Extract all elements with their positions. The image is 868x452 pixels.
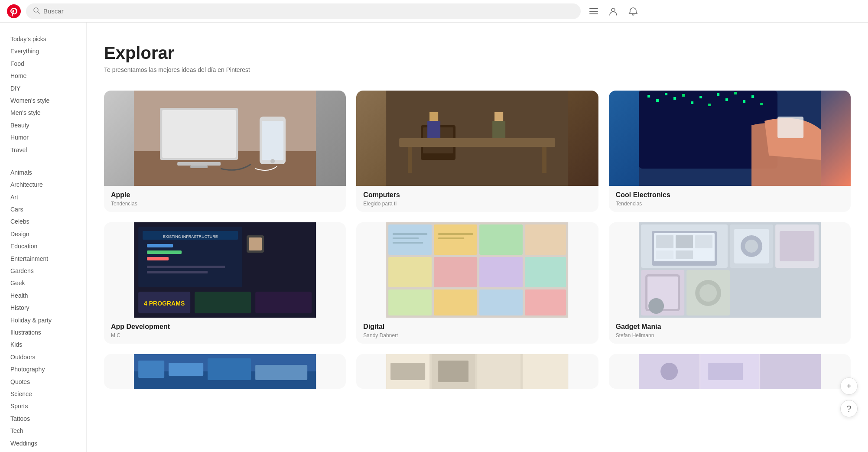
svg-rect-66: [479, 257, 523, 287]
sidebar-item-gardens[interactable]: Gardens: [10, 265, 76, 277]
sidebar-item-mens-style[interactable]: Men's style: [10, 107, 76, 119]
pin-meta-app-dev: M C: [111, 332, 339, 338]
svg-rect-53: [249, 237, 262, 250]
sidebar-item-beauty[interactable]: Beauty: [10, 119, 76, 131]
pin-card-computers[interactable]: Computers Elegido para ti: [356, 91, 598, 212]
svg-rect-49: [147, 257, 169, 260]
pin-title-cool-electronics: Cool Electronics: [616, 191, 844, 199]
svg-text:4 PROGRAMS: 4 PROGRAMS: [144, 300, 185, 307]
fab-container: + ?: [840, 377, 858, 417]
header: [0, 0, 868, 23]
main-content: Explorar Te presentamos las mejores idea…: [87, 23, 868, 452]
svg-rect-72: [393, 237, 419, 239]
add-fab[interactable]: +: [840, 377, 858, 395]
pins-grid-row2: EXISTING INFRASTRUCTURE 4 PROGRA: [104, 222, 851, 344]
pin-info-digital: Digital Sandy Dahnert: [356, 318, 598, 344]
sidebar-item-celebs[interactable]: Celebs: [10, 215, 76, 228]
pin-card-cool-electronics[interactable]: Cool Electronics Tendencias: [609, 91, 851, 212]
svg-rect-109: [390, 363, 425, 380]
sidebar-secondary-section: AnimalsArchitectureArtCarsCelebsDesignEd…: [10, 166, 76, 449]
sidebar-item-history[interactable]: History: [10, 302, 76, 314]
pins-grid-row1: Apple Tendencias: [104, 91, 851, 212]
sidebar-item-womens-style[interactable]: Women's style: [10, 94, 76, 107]
pin-card-app-development[interactable]: EXISTING INFRASTRUCTURE 4 PROGRA: [104, 222, 346, 344]
pin-image-apple: [104, 91, 346, 186]
page-title: Explorar: [104, 43, 851, 63]
svg-rect-73: [393, 242, 423, 244]
svg-rect-42: [777, 117, 803, 138]
sidebar-item-health[interactable]: Health: [10, 289, 76, 302]
svg-rect-90: [780, 231, 814, 261]
sidebar-item-holiday-and-party[interactable]: Holiday & party: [10, 314, 76, 326]
svg-rect-29: [656, 99, 659, 102]
svg-rect-35: [708, 104, 711, 106]
pin-card-gadget-mania[interactable]: Gadget Mania Stefan Heilmann: [609, 222, 851, 344]
sidebar-item-kids[interactable]: Kids: [10, 338, 76, 351]
sidebar-item-travel[interactable]: Travel: [10, 144, 76, 156]
svg-rect-75: [438, 237, 464, 239]
sidebar-item-art[interactable]: Art: [10, 191, 76, 203]
pin-card-digital[interactable]: Digital Sandy Dahnert: [356, 222, 598, 344]
sidebar-item-science[interactable]: Science: [10, 388, 76, 400]
svg-rect-60: [388, 257, 432, 287]
sidebar-item-home[interactable]: Home: [10, 70, 76, 82]
sidebar-item-photography[interactable]: Photography: [10, 363, 76, 375]
sidebar-item-weddings[interactable]: Weddings: [10, 437, 76, 449]
pin-card-row3-3[interactable]: [609, 354, 851, 389]
sidebar-item-animals[interactable]: Animals: [10, 166, 76, 179]
svg-rect-12: [190, 166, 208, 168]
svg-rect-31: [673, 97, 676, 100]
pin-meta-digital: Sandy Dahnert: [363, 332, 591, 338]
sidebar-item-design[interactable]: Design: [10, 228, 76, 240]
svg-rect-107: [477, 354, 520, 389]
svg-rect-63: [434, 257, 477, 287]
help-fab[interactable]: ?: [840, 400, 858, 417]
sidebar-item-illustrations[interactable]: Illustrations: [10, 326, 76, 338]
pin-card-row3-2[interactable]: [356, 354, 598, 389]
svg-rect-23: [399, 138, 555, 147]
pin-title-computers: Computers: [363, 191, 591, 199]
svg-point-15: [270, 159, 275, 163]
sidebar: Today's picksEverythingFoodHomeDIYWomen'…: [0, 23, 87, 452]
svg-rect-82: [695, 235, 712, 248]
search-bar[interactable]: [26, 3, 581, 19]
sidebar-item-everything[interactable]: Everything: [10, 45, 76, 57]
pin-image-gadget: [609, 222, 851, 318]
notifications-button[interactable]: [627, 5, 640, 18]
sidebar-item-food[interactable]: Food: [10, 58, 76, 70]
pin-image-app-dev: EXISTING INFRASTRUCTURE 4 PROGRA: [104, 222, 346, 318]
svg-rect-62: [434, 224, 477, 255]
sidebar-item-outdoors[interactable]: Outdoors: [10, 351, 76, 363]
pin-card-apple[interactable]: Apple Tendencias: [104, 91, 346, 212]
pinterest-logo[interactable]: [7, 4, 21, 18]
svg-rect-108: [523, 354, 568, 389]
sidebar-item-education[interactable]: Education: [10, 240, 76, 252]
pin-meta-computers: Elegido para ti: [363, 201, 591, 207]
sidebar-item-humor[interactable]: Humor: [10, 131, 76, 143]
svg-rect-10: [162, 110, 236, 158]
search-input[interactable]: [43, 7, 574, 15]
sidebar-item-architecture[interactable]: Architecture: [10, 179, 76, 191]
sidebar-item-geek[interactable]: Geek: [10, 277, 76, 289]
sidebar-item-tattoos[interactable]: Tattoos: [10, 413, 76, 425]
pin-card-row3-1[interactable]: [104, 354, 346, 389]
sidebar-item-diy[interactable]: DIY: [10, 82, 76, 94]
svg-rect-68: [525, 224, 566, 255]
svg-rect-19: [429, 112, 438, 121]
sidebar-item-todays-picks[interactable]: Today's picks: [10, 33, 76, 45]
sidebar-item-sports[interactable]: Sports: [10, 400, 76, 412]
svg-line-2: [38, 12, 39, 13]
sidebar-item-entertainment[interactable]: Entertainment: [10, 253, 76, 265]
svg-rect-59: [388, 224, 432, 255]
pins-grid-row3: [104, 354, 851, 389]
sidebar-item-quotes[interactable]: Quotes: [10, 376, 76, 388]
svg-point-88: [745, 240, 758, 253]
profile-button[interactable]: [607, 5, 620, 18]
sidebar-item-cars[interactable]: Cars: [10, 203, 76, 215]
svg-rect-28: [647, 95, 650, 98]
svg-rect-83: [656, 250, 673, 259]
menu-button[interactable]: [588, 5, 600, 17]
pin-info-computers: Computers Elegido para ti: [356, 186, 598, 212]
svg-rect-41: [760, 103, 763, 105]
sidebar-item-tech[interactable]: Tech: [10, 425, 76, 437]
